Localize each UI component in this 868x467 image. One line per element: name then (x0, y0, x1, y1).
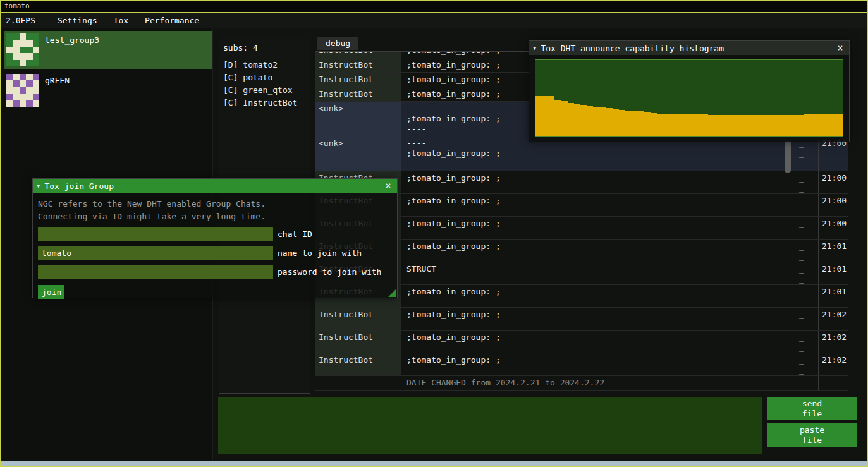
message-text: ;tomato_in_group: ; (401, 240, 795, 262)
join-name-input[interactable] (38, 246, 273, 260)
histogram-bar (708, 115, 714, 136)
resize-grip[interactable] (388, 289, 396, 297)
histogram-bar (625, 111, 632, 136)
subs-list-item[interactable]: [D] tomato2 (223, 59, 306, 71)
histogram-window: ▼ Tox DHT announce capability histogram … (529, 40, 850, 142)
join-password-input[interactable] (38, 265, 273, 279)
message-time: 21:02 (818, 353, 848, 375)
message-input[interactable] (218, 397, 762, 454)
menu-tox[interactable]: Tox (106, 15, 137, 27)
histogram-bar (561, 101, 568, 136)
histogram-bar (766, 115, 773, 136)
message-flags: _ _ (795, 308, 818, 330)
histogram-bar (542, 96, 548, 136)
histogram-bar (606, 108, 612, 136)
histogram-bar (644, 112, 651, 136)
collapse-icon[interactable]: ▼ (37, 183, 40, 189)
message-row[interactable]: InstructBot;tomato_in_group: ;_ _21:02 (315, 331, 848, 353)
message-text: ;tomato_in_group: ; (401, 285, 795, 307)
close-icon[interactable]: × (383, 180, 393, 191)
fps-counter: 2.0FPS (6, 16, 35, 25)
message-text: ;tomato_in_group: ; (401, 331, 795, 353)
paste-file-button[interactable]: paste file (767, 423, 857, 447)
histogram-bar (676, 114, 683, 136)
histogram-bar (721, 115, 728, 136)
tab-debug[interactable]: debug (317, 37, 358, 50)
histogram-bar (619, 110, 625, 136)
message-sender: <unk> (315, 102, 401, 136)
message-sender: InstructBot (315, 87, 401, 101)
chat-id-label: chat ID (278, 229, 312, 239)
message-flags: _ _ (795, 171, 818, 193)
message-flags (795, 376, 818, 390)
subs-list-item[interactable]: [C] InstructBot (223, 97, 306, 109)
menu-performance[interactable]: Performance (137, 15, 207, 27)
message-row[interactable]: <unk>testus_ _23:38 (315, 391, 848, 391)
message-sender: InstructBot (315, 73, 401, 87)
histogram-bar (830, 114, 836, 136)
histogram-bar (804, 114, 810, 136)
message-sender: <unk> (315, 391, 401, 391)
message-row[interactable]: DATE CHANGED from 2024.2.21 to 2024.2.22 (315, 376, 848, 391)
histogram-bar (599, 107, 606, 136)
join-button[interactable]: join (38, 285, 64, 299)
histogram-bar (657, 114, 663, 136)
histogram-bar (670, 114, 676, 136)
message-time: 21:01 (818, 285, 848, 307)
message-flags: _ _ (795, 353, 818, 375)
histogram-bar (798, 115, 804, 136)
message-time: 21:00 (818, 171, 848, 193)
histogram-bar (568, 103, 574, 136)
message-sender: InstructBot (315, 308, 401, 330)
histogram-bar (779, 115, 785, 136)
histogram-bar (664, 114, 670, 136)
message-time (818, 376, 848, 390)
message-sender: InstructBot (315, 58, 401, 72)
histogram-bar (747, 115, 753, 136)
message-row[interactable]: InstructBot;tomato_in_group: ;_ _21:02 (315, 353, 848, 376)
chat-id-input[interactable] (38, 227, 273, 241)
sidebar-item-test_group3[interactable]: test_group3 (4, 31, 212, 69)
close-icon[interactable]: × (835, 42, 845, 54)
histogram-window-titlebar[interactable]: ▼ Tox DHT announce capability histogram … (529, 41, 849, 55)
histogram-bar (593, 107, 599, 136)
message-text: STRUCT (401, 262, 795, 284)
message-time: 21:01 (818, 262, 848, 284)
histogram-bar (702, 114, 708, 136)
histogram-bar (734, 115, 740, 136)
message-flags: _ _ (795, 285, 818, 307)
collapse-icon[interactable]: ▼ (533, 45, 536, 51)
join-password-label: password to join with (278, 267, 381, 277)
sidebar-item-gREEN[interactable]: gREEN (4, 71, 212, 109)
message-text: ;tomato_in_group: ; (401, 171, 795, 193)
message-flags: _ _ (795, 331, 818, 353)
group-name: gREEN (45, 74, 70, 107)
histogram-bar (785, 115, 792, 136)
join-window-titlebar[interactable]: ▼ Tox join Group × (33, 179, 397, 193)
message-time: 21:02 (818, 331, 848, 353)
message-time: 21:01 (818, 240, 848, 262)
message-sender: InstructBot (315, 331, 401, 353)
histogram-bar (632, 111, 638, 136)
histogram-bar (715, 115, 721, 136)
window-titlebar[interactable]: tomato (1, 1, 867, 13)
join-window-title: Tox join Group (44, 181, 114, 191)
histogram-bar (792, 115, 798, 136)
message-sender (315, 376, 401, 390)
join-info-line1: NGC refers to the New DHT enabled Group … (38, 198, 392, 210)
message-flags: _ _ (795, 194, 818, 216)
message-row[interactable]: InstructBot;tomato_in_group: ;_ _21:02 (315, 308, 848, 331)
menu-settings[interactable]: Settings (49, 15, 106, 27)
message-text: testus (401, 391, 795, 391)
subs-list-item[interactable]: [C] green_qtox (223, 84, 306, 97)
send-file-label-line1: send (802, 399, 822, 409)
histogram-bar (753, 115, 759, 136)
send-file-label-line2: file (802, 409, 822, 419)
message-time: 21:02 (818, 308, 848, 330)
subs-list-item[interactable]: [C] potato (223, 71, 306, 84)
scrollbar[interactable] (785, 141, 791, 173)
histogram-bar (836, 114, 843, 136)
message-time: 21:00 (818, 194, 848, 216)
histogram-bar (535, 96, 542, 136)
send-file-button[interactable]: send file (767, 397, 857, 420)
